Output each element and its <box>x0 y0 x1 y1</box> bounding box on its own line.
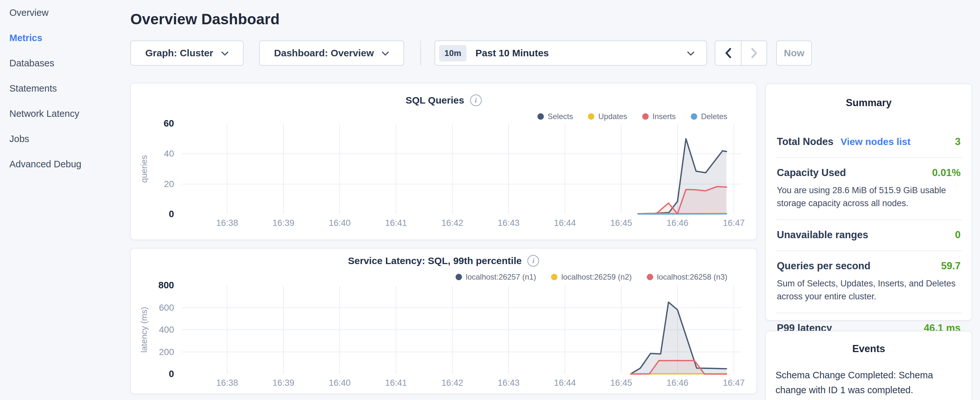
y-tick-label: 0 <box>169 369 174 379</box>
event-item[interactable]: Schema Change Completed: Schema change w… <box>776 368 962 400</box>
x-tick-label: 16:44 <box>554 378 576 388</box>
x-tick-label: 16:45 <box>610 218 632 228</box>
sidebar-item-jobs[interactable]: Jobs <box>0 126 123 151</box>
x-tick-label: 16:42 <box>441 378 463 388</box>
graph-dropdown[interactable]: Graph: Cluster <box>130 40 243 66</box>
x-tick-label: 16:38 <box>216 218 238 228</box>
x-tick-label: 16:46 <box>667 218 689 228</box>
chevron-down-icon <box>382 51 389 56</box>
x-tick-label: 16:38 <box>216 378 238 388</box>
x-tick-label: 16:42 <box>441 218 463 228</box>
service-latency-chart-card: Service Latency: SQL, 99th percentile i … <box>130 248 757 394</box>
x-tick-label: 16:39 <box>272 378 294 388</box>
y-tick-label: 600 <box>159 303 174 312</box>
x-tick-label: 16:40 <box>329 378 351 388</box>
x-tick-label: 16:43 <box>498 378 520 388</box>
x-tick-label: 16:40 <box>329 218 351 228</box>
y-tick-label: 0 <box>169 209 174 219</box>
summary-row-value: 3 <box>955 136 961 148</box>
series-line <box>638 214 726 214</box>
chart-plot[interactable]: 16:3816:3916:4016:4116:4216:4316:4416:45… <box>131 83 758 241</box>
sidebar-item-advanced-debug[interactable]: Advanced Debug <box>0 151 123 177</box>
dashboard-dropdown[interactable]: Dashboard: Overview <box>259 40 404 66</box>
events-title: Events <box>776 343 962 355</box>
y-axis-label: queries <box>139 155 149 183</box>
sidebar-item-overview[interactable]: Overview <box>0 0 123 25</box>
y-tick-label: 20 <box>164 179 174 189</box>
view-nodes-list-link[interactable]: View nodes list <box>840 136 910 147</box>
summary-row-label: Capacity Used <box>777 167 846 178</box>
x-tick-label: 16:39 <box>272 218 294 228</box>
summary-row: Unavailable ranges0 <box>776 220 962 250</box>
page-title: Overview Dashboard <box>130 10 280 28</box>
chevron-down-icon <box>221 51 229 56</box>
chevron-left-icon <box>724 48 732 59</box>
y-tick-label: 200 <box>159 347 174 357</box>
summary-row-description: You are using 28.6 MiB of 515.9 GiB usab… <box>777 184 961 210</box>
summary-row-label: Unavailable ranges <box>777 229 869 241</box>
time-window-label: Past 10 Minutes <box>476 48 549 59</box>
summary-rows: Total NodesView nodes list3Capacity Used… <box>776 127 962 344</box>
summary-row-value: 59.7 <box>941 260 961 272</box>
time-step-forward-button <box>741 41 767 65</box>
graph-dropdown-label: Graph: Cluster <box>145 48 213 59</box>
x-tick-label: 16:47 <box>723 378 745 388</box>
events-panel: Events Schema Change Completed: Schema c… <box>765 331 972 400</box>
dashboard-dropdown-label: Dashboard: Overview <box>274 48 374 59</box>
time-step-back-button[interactable] <box>715 41 741 65</box>
now-button[interactable]: Now <box>776 40 812 66</box>
summary-row-label: Queries per second <box>777 260 870 272</box>
summary-row: Queries per second59.7Sum of Selects, Up… <box>776 250 962 312</box>
controls-divider <box>420 40 421 66</box>
summary-panel: Summary Total NodesView nodes list3Capac… <box>765 83 972 321</box>
sql-queries-chart-card: SQL Queries i SelectsUpdatesInsertsDelet… <box>130 83 757 240</box>
event-text: Schema Change Completed: Schema change w… <box>776 368 962 397</box>
summary-row-value: 0.01% <box>932 167 961 178</box>
sidebar-item-metrics[interactable]: Metrics <box>0 25 123 51</box>
summary-row-label: Total Nodes <box>777 136 834 148</box>
x-tick-label: 16:44 <box>554 218 576 228</box>
sidebar: OverviewMetricsDatabasesStatementsNetwor… <box>0 0 123 400</box>
time-window-badge: 10m <box>439 45 466 62</box>
chevron-right-icon <box>750 48 758 59</box>
x-tick-label: 16:41 <box>385 378 407 388</box>
sidebar-item-databases[interactable]: Databases <box>0 51 123 76</box>
x-tick-label: 16:45 <box>610 378 632 388</box>
x-tick-label: 16:46 <box>667 378 689 388</box>
summary-title: Summary <box>776 97 962 109</box>
sidebar-item-network-latency[interactable]: Network Latency <box>0 101 123 126</box>
x-tick-label: 16:47 <box>723 218 745 228</box>
time-window-selector[interactable]: 10m Past 10 Minutes <box>434 40 707 66</box>
time-step-group <box>715 40 767 66</box>
y-tick-label: 800 <box>159 280 174 290</box>
chevron-down-icon <box>687 51 695 56</box>
y-tick-label: 40 <box>164 148 174 159</box>
summary-row: Capacity Used0.01%You are using 28.6 MiB… <box>776 157 962 220</box>
sidebar-item-statements[interactable]: Statements <box>0 76 123 101</box>
chart-plot[interactable]: 16:3816:3916:4016:4116:4216:4316:4416:45… <box>131 249 758 395</box>
summary-row-description: Sum of Selects, Updates, Inserts, and De… <box>777 277 961 303</box>
x-tick-label: 16:43 <box>498 218 520 228</box>
x-tick-label: 16:41 <box>385 218 407 228</box>
summary-row: Total NodesView nodes list3 <box>776 127 962 157</box>
controls-bar: Graph: Cluster Dashboard: Overview 10m P… <box>130 40 812 66</box>
y-tick-label: 60 <box>164 118 174 129</box>
y-axis-label: latency (ms) <box>139 307 149 353</box>
y-tick-label: 400 <box>159 325 174 335</box>
summary-row-value: 0 <box>955 229 961 241</box>
